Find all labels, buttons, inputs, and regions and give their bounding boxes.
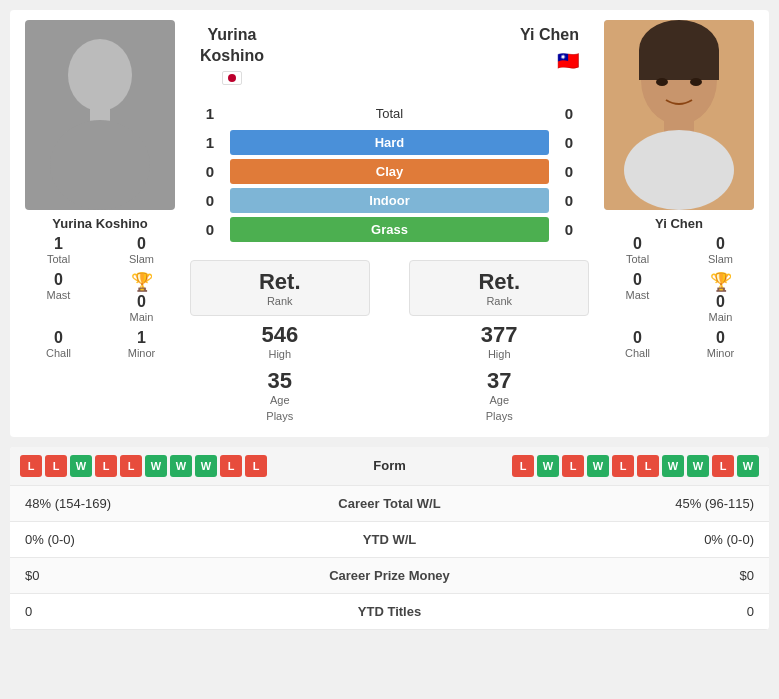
total-score-right: 0 xyxy=(554,105,584,122)
player-photo-right xyxy=(604,20,754,210)
age-label-left: Age xyxy=(190,394,370,406)
stats-label-center: Career Total W/L xyxy=(290,496,490,511)
surface-row-total: 1 Total 0 xyxy=(190,101,589,126)
form-badge-left: W xyxy=(145,455,167,477)
clay-score-right: 0 xyxy=(554,163,584,180)
rank-value-left: Ret. xyxy=(211,269,349,295)
stats-label-center: Career Prize Money xyxy=(290,568,490,583)
player-name-right: Yi Chen xyxy=(655,216,703,231)
stats-row: $0Career Prize Money$0 xyxy=(10,558,769,594)
high-value-right: 377 xyxy=(409,322,589,348)
surface-hard-btn[interactable]: Hard xyxy=(230,130,549,155)
svg-point-10 xyxy=(624,130,734,210)
hard-score-left: 1 xyxy=(195,134,225,151)
stat-total-left: 1 Total xyxy=(25,235,92,265)
rank-box-right: Ret. Rank xyxy=(409,260,589,316)
surface-rows: 1 Total 0 1 Hard 0 0 Clay 0 0 Indoor xyxy=(190,97,589,246)
form-badge-left: L xyxy=(120,455,142,477)
middle-panel: YurinaKoshino Yi Chen 🇹🇼 1 Total 0 xyxy=(185,20,594,427)
stat-mast-left: 0 Mast xyxy=(25,271,92,323)
stats-value-left: 0% (0-0) xyxy=(25,532,290,547)
svg-point-7 xyxy=(656,78,668,86)
stats-rows-container: 48% (154-169)Career Total W/L45% (96-115… xyxy=(10,486,769,630)
stats-value-right: $0 xyxy=(490,568,755,583)
stats-row: 48% (154-169)Career Total W/L45% (96-115… xyxy=(10,486,769,522)
stat-slam-right: 0 Slam xyxy=(687,235,754,265)
indoor-score-left: 0 xyxy=(195,192,225,209)
form-badge-left: W xyxy=(195,455,217,477)
stat-mast-right: 0 Mast xyxy=(604,271,671,323)
high-label-right: High xyxy=(409,348,589,360)
player-right: Yi Chen 0 Total 0 Slam 0 Mast xyxy=(594,20,764,427)
form-badge-right: L xyxy=(712,455,734,477)
form-badge-left: L xyxy=(245,455,267,477)
surface-total-btn[interactable]: Total xyxy=(230,101,549,126)
left-name-section: YurinaKoshino xyxy=(200,25,264,85)
stats-row: 0% (0-0)YTD W/L0% (0-0) xyxy=(10,522,769,558)
high-label-left: High xyxy=(190,348,370,360)
form-badge-left: L xyxy=(220,455,242,477)
right-player-name-top: Yi Chen xyxy=(520,25,579,46)
form-badge-right: W xyxy=(687,455,709,477)
svg-point-2 xyxy=(50,120,150,210)
form-badge-right: W xyxy=(587,455,609,477)
age-label-right: Age xyxy=(409,394,589,406)
stat-chall-left: 0 Chall xyxy=(25,329,92,359)
player-photo-left xyxy=(25,20,175,210)
surface-row-grass: 0 Grass 0 xyxy=(190,217,589,242)
age-box-right: 37 Age xyxy=(409,368,589,406)
svg-point-8 xyxy=(690,78,702,86)
surface-grass-btn[interactable]: Grass xyxy=(230,217,549,242)
stat-slam-left: 0 Slam xyxy=(108,235,175,265)
trophy-icon-left: 🏆 xyxy=(131,271,153,293)
form-badge-left: L xyxy=(45,455,67,477)
high-value-left: 546 xyxy=(190,322,370,348)
clay-score-left: 0 xyxy=(195,163,225,180)
player-left: Yurina Koshino 1 Total 0 Slam 0 Mast xyxy=(15,20,185,427)
age-value-right: 37 xyxy=(409,368,589,394)
stat-chall-right: 0 Chall xyxy=(604,329,671,359)
high-box-left: 546 High xyxy=(190,322,370,360)
plays-right: Plays xyxy=(409,410,589,422)
flag-jp xyxy=(222,71,242,85)
form-badge-left: L xyxy=(95,455,117,477)
right-name-section: Yi Chen 🇹🇼 xyxy=(520,25,579,85)
form-badge-left: W xyxy=(70,455,92,477)
stats-value-left: 0 xyxy=(25,604,290,619)
form-badges-right: LWLWLLWWLW xyxy=(450,455,760,477)
stats-label-center: YTD W/L xyxy=(290,532,490,547)
rank-box-left: Ret. Rank xyxy=(190,260,370,316)
surface-clay-btn[interactable]: Clay xyxy=(230,159,549,184)
stats-value-right: 0% (0-0) xyxy=(490,532,755,547)
form-badge-right: W xyxy=(537,455,559,477)
left-player-name-top: YurinaKoshino xyxy=(200,25,264,67)
stat-total-right: 0 Total xyxy=(604,235,671,265)
form-row: LLWLLWWWLL Form LWLWLLWWLW xyxy=(10,447,769,486)
stats-label-center: YTD Titles xyxy=(290,604,490,619)
form-label: Form xyxy=(330,458,450,473)
surface-row-hard: 1 Hard 0 xyxy=(190,130,589,155)
player-stats-right: 0 Total 0 Slam 0 Mast 🏆 0 xyxy=(594,235,764,359)
plays-left: Plays xyxy=(190,410,370,422)
high-box-right: 377 High xyxy=(409,322,589,360)
age-box-left: 35 Age xyxy=(190,368,370,406)
form-badge-left: L xyxy=(20,455,42,477)
stats-value-left: $0 xyxy=(25,568,290,583)
grass-score-right: 0 xyxy=(554,221,584,238)
flag-tw: 🇹🇼 xyxy=(557,50,579,72)
surface-indoor-btn[interactable]: Indoor xyxy=(230,188,549,213)
players-row: Yurina Koshino 1 Total 0 Slam 0 Mast xyxy=(10,10,769,437)
form-badge-right: L xyxy=(562,455,584,477)
form-badge-right: L xyxy=(637,455,659,477)
stat-minor-right: 0 Minor xyxy=(687,329,754,359)
hard-score-right: 0 xyxy=(554,134,584,151)
form-badge-right: L xyxy=(612,455,634,477)
stat-minor-left: 1 Minor xyxy=(108,329,175,359)
form-badge-right: W xyxy=(737,455,759,477)
age-value-left: 35 xyxy=(190,368,370,394)
grass-score-left: 0 xyxy=(195,221,225,238)
stats-value-right: 0 xyxy=(490,604,755,619)
player-name-left: Yurina Koshino xyxy=(52,216,147,231)
bottom-section: LLWLLWWWLL Form LWLWLLWWLW 48% (154-169)… xyxy=(10,447,769,630)
stats-row: 0YTD Titles0 xyxy=(10,594,769,630)
